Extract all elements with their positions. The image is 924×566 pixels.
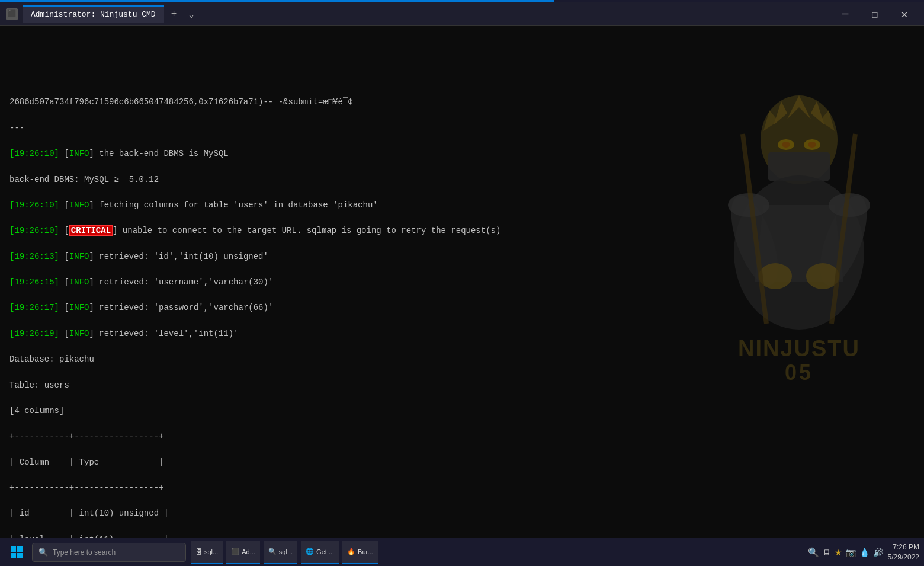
bur-icon: 🔥 [347, 548, 355, 555]
terminal-line-6: [19:26:10] [CRITICAL] unable to connect … [9, 225, 915, 238]
terminal-output[interactable]: NINJUSTU 05 2686d507a734f796c71596c6b665… [0, 26, 924, 540]
terminal-line-12: Table: users [9, 379, 915, 392]
cmd-icon: ⬛ [231, 548, 239, 555]
svg-point-0 [761, 95, 838, 184]
taskbar-app-sql2[interactable]: 🔍 sql... [264, 541, 297, 564]
taskbar: 🔍 Type here to search 🗄 sql... ⬛ Ad... 🔍… [0, 538, 924, 566]
svg-rect-23 [11, 546, 16, 552]
active-tab[interactable]: Administrator: Ninjustu CMD [23, 5, 164, 23]
search-tray-icon[interactable]: 🔍 [808, 547, 819, 558]
bur-label: Bur... [358, 548, 373, 555]
svg-rect-25 [11, 553, 16, 558]
close-button[interactable]: ✕ [891, 5, 918, 23]
window-controls: ─ ☐ ✕ [832, 5, 918, 23]
taskbar-app-sql1[interactable]: 🗄 sql... [191, 541, 223, 564]
volume-icon[interactable]: 🔊 [873, 548, 883, 557]
sql2-icon: 🔍 [268, 548, 277, 555]
terminal-line-13: [4 columns] [9, 405, 915, 418]
terminal-line-4: back-end DBMS: MySQL ≥ 5.0.12 [9, 174, 915, 187]
titlebar: ⬛ Administrator: Ninjustu CMD + ⌄ ─ ☐ ✕ [0, 2, 924, 26]
maximize-button[interactable]: ☐ [861, 5, 888, 23]
search-placeholder: Type here to search [53, 548, 116, 557]
minimize-button[interactable]: ─ [832, 5, 859, 23]
clock-date: 5/29/2022 [888, 552, 919, 562]
taskbar-app-bur[interactable]: 🔥 Bur... [342, 541, 378, 564]
network-icon[interactable]: 🖥 [823, 548, 831, 557]
cmd-label: Ad... [242, 548, 255, 555]
taskbar-app-get[interactable]: 🌐 Get ... [301, 541, 339, 564]
screenshot-icon[interactable]: 📷 [846, 548, 856, 557]
system-tray: 🔍 🖥 ★ 📷 💧 🔊 [808, 547, 883, 558]
tab-label: Administrator: Ninjustu CMD [31, 10, 156, 19]
svg-point-9 [782, 142, 790, 148]
svg-point-10 [808, 142, 816, 148]
terminal-line-11: Database: pikachu [9, 353, 915, 366]
new-tab-button[interactable]: + [165, 9, 183, 20]
clock[interactable]: 7:26 PM 5/29/2022 [888, 542, 919, 562]
tab-dropdown-button[interactable]: ⌄ [182, 8, 200, 20]
sql2-label: sql... [279, 548, 293, 555]
water-icon[interactable]: 💧 [859, 548, 870, 557]
start-button[interactable] [5, 541, 28, 564]
get-label: Get ... [316, 548, 334, 555]
taskbar-app-cmd[interactable]: ⬛ Ad... [226, 541, 260, 564]
terminal-table-header: | Column | Type | [9, 456, 915, 469]
ninjustu-icon[interactable]: ★ [835, 548, 842, 557]
terminal-line-5: [19:26:10] [INFO] fetching columns for t… [9, 199, 915, 212]
svg-rect-24 [17, 546, 23, 552]
svg-rect-26 [17, 553, 23, 558]
terminal-line-10: [19:26:19] [INFO] retrieved: 'level','in… [9, 328, 915, 341]
taskbar-search-bar[interactable]: 🔍 Type here to search [32, 543, 186, 562]
terminal-line-8: [19:26:15] [INFO] retrieved: 'username',… [9, 276, 915, 289]
terminal-table-border2: +-----------+-----------------+ [9, 482, 915, 495]
sql1-icon: 🗄 [195, 548, 202, 555]
window-icon: ⬛ [6, 8, 18, 20]
clock-time: 7:26 PM [888, 542, 919, 552]
terminal-table-border1: +-----------+-----------------+ [9, 430, 915, 443]
terminal-line-9: [19:26:17] [INFO] retrieved: 'password',… [9, 302, 915, 315]
taskbar-right: 🔍 🖥 ★ 📷 💧 🔊 7:26 PM 5/29/2022 [808, 542, 919, 562]
terminal-line-3: [19:26:10] [INFO] the back-end DBMS is M… [9, 148, 915, 161]
terminal-line-7: [19:26:13] [INFO] retrieved: 'id','int(1… [9, 251, 915, 264]
taskbar-apps: 🗄 sql... ⬛ Ad... 🔍 sql... 🌐 Get ... 🔥 Bu… [190, 541, 808, 564]
sql1-label: sql... [204, 548, 218, 555]
terminal-line-1: 2686d507a734f796c71596c6b665047484256,0x… [9, 96, 915, 109]
svg-marker-12 [755, 205, 843, 282]
get-icon: 🌐 [306, 548, 314, 555]
terminal-table-row1: | id | int(10) unsigned | [9, 507, 915, 520]
search-icon: 🔍 [38, 548, 48, 557]
terminal-line-2: --- [9, 122, 915, 135]
